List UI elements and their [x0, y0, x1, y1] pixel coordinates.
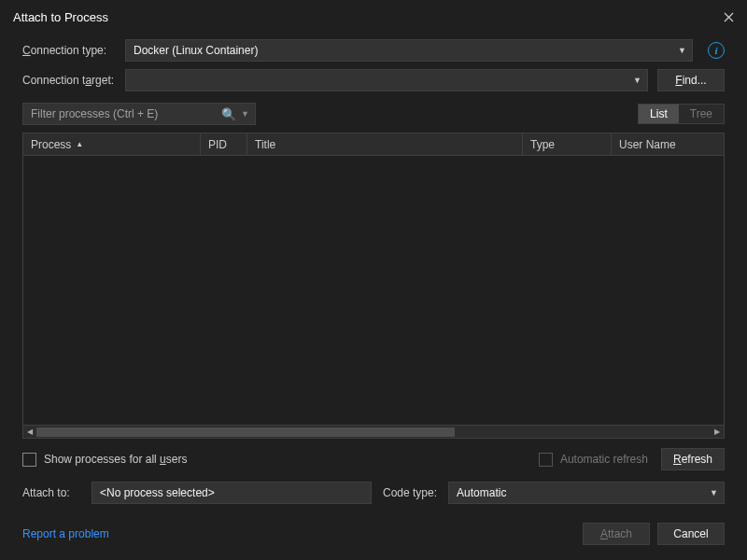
attach-button: Attach: [583, 523, 650, 545]
scroll-thumb[interactable]: [36, 427, 455, 437]
automatic-refresh-label: Automatic refresh: [560, 453, 648, 466]
tree-view-button[interactable]: Tree: [679, 105, 724, 123]
code-type-value: Automatic: [457, 486, 506, 499]
chevron-down-icon: ▼: [678, 46, 686, 55]
scroll-right-icon[interactable]: ▶: [711, 426, 724, 439]
view-toggle: List Tree: [638, 104, 725, 124]
filter-input[interactable]: [31, 107, 218, 120]
close-icon[interactable]: [719, 7, 738, 26]
chevron-down-icon: ▼: [710, 488, 718, 497]
code-type-label: Code type:: [383, 486, 437, 499]
window-title: Attach to Process: [13, 10, 108, 24]
connection-target-dropdown[interactable]: ▼: [125, 69, 648, 91]
column-process[interactable]: Process ▲: [23, 133, 201, 155]
list-view-button[interactable]: List: [639, 105, 679, 123]
sort-ascending-icon: ▲: [76, 140, 83, 148]
search-icon[interactable]: 🔍: [221, 107, 236, 121]
scroll-left-icon[interactable]: ◀: [23, 426, 36, 439]
automatic-refresh-checkbox: Automatic refresh: [539, 453, 648, 467]
connection-target-label: Connection target:: [22, 74, 116, 87]
refresh-button[interactable]: Refresh: [661, 448, 725, 470]
show-all-users-checkbox[interactable]: Show processes for all users: [22, 453, 187, 467]
checkbox-icon: [539, 453, 553, 467]
horizontal-scrollbar[interactable]: ◀ ▶: [23, 425, 724, 438]
column-user[interactable]: User Name: [612, 133, 724, 155]
column-title[interactable]: Title: [247, 133, 523, 155]
cancel-button[interactable]: Cancel: [657, 523, 725, 545]
column-pid[interactable]: PID: [201, 133, 247, 155]
table-header: Process ▲ PID Title Type User Name: [23, 133, 724, 156]
show-all-users-label: Show processes for all users: [44, 453, 187, 466]
column-type[interactable]: Type: [523, 133, 612, 155]
attach-to-field: <No process selected>: [92, 482, 372, 504]
checkbox-icon: [22, 453, 36, 467]
connection-type-label: Connection type:: [22, 44, 116, 57]
connection-type-value: Docker (Linux Container): [134, 44, 258, 57]
find-button[interactable]: Find...: [657, 69, 725, 91]
connection-type-dropdown[interactable]: Docker (Linux Container) ▼: [125, 39, 693, 62]
process-table: Process ▲ PID Title Type User Name ◀ ▶: [22, 133, 725, 439]
chevron-down-icon: ▼: [633, 76, 641, 85]
attach-to-label: Attach to:: [22, 486, 80, 499]
info-icon[interactable]: i: [708, 42, 725, 59]
filter-input-container: 🔍 ▼: [22, 103, 256, 125]
code-type-dropdown[interactable]: Automatic ▼: [448, 482, 725, 504]
chevron-down-icon[interactable]: ▼: [241, 109, 249, 119]
table-body: [23, 156, 724, 425]
scroll-track[interactable]: [36, 426, 711, 439]
report-problem-link[interactable]: Report a problem: [22, 527, 109, 540]
